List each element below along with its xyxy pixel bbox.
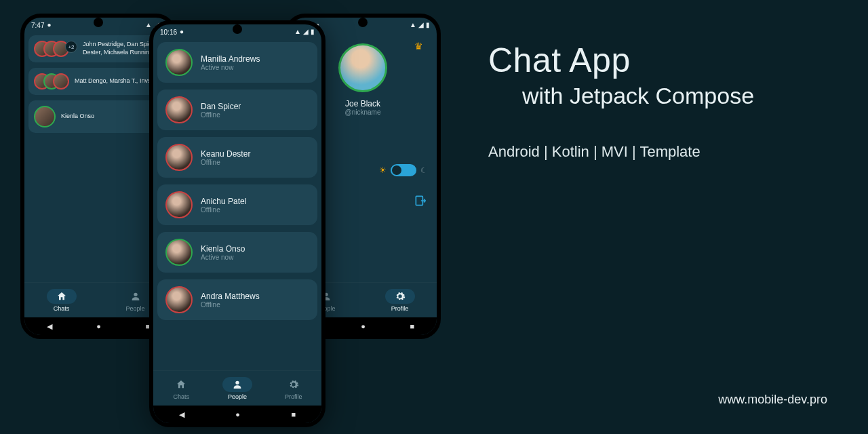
people-list[interactable]: Manilla Andrews Active now Dan Spicer Of… (153, 39, 321, 370)
chat-participants: John Pestridge, Dan Spic… (83, 41, 159, 49)
nav-label: People (228, 393, 247, 400)
sun-icon: ☀ (379, 165, 387, 175)
person-name: Dan Spicer (201, 102, 241, 111)
camera-notch (233, 24, 242, 34)
nav-label: Profile (391, 305, 409, 312)
home-circle-icon[interactable]: ● (235, 410, 240, 418)
avatar-overflow-badge: +2 (65, 41, 77, 53)
crown-icon[interactable]: ♛ (414, 41, 423, 52)
battery-icon: ▮ (311, 28, 315, 35)
camera-notch (358, 18, 368, 27)
svg-point-0 (134, 292, 137, 296)
moon-icon: ☾ (420, 166, 427, 175)
home-circle-icon[interactable]: ● (361, 322, 366, 330)
android-nav-bar: ◀ ● ■ (153, 406, 321, 423)
recents-icon[interactable]: ■ (410, 322, 415, 330)
avatar-icon (165, 49, 193, 76)
person-name: Keanu Dester (201, 149, 250, 159)
people-row[interactable]: Dan Spicer Offline (157, 90, 317, 130)
nav-people[interactable]: People (222, 377, 252, 400)
profile-avatar[interactable] (338, 43, 387, 92)
site-url: www.mobile-dev.pro (718, 393, 827, 407)
wifi-icon: ▲ (294, 28, 301, 35)
theme-toggle[interactable] (391, 164, 416, 176)
person-status: Active now (201, 254, 245, 261)
people-row[interactable]: Keanu Dester Offline (157, 137, 317, 178)
person-status: Offline (201, 206, 246, 214)
person-status: Offline (201, 111, 241, 119)
person-name: Manilla Andrews (201, 54, 260, 64)
profile-name: Joe Black (345, 99, 380, 108)
person-status: Offline (201, 301, 260, 309)
notification-dot-icon: ● (47, 22, 51, 28)
status-time: 10:16 (160, 28, 177, 36)
people-row[interactable]: Andra Matthews Offline (157, 279, 317, 320)
person-name: Kienla Onso (201, 244, 245, 254)
chat-row[interactable]: Kienla Onso (28, 100, 168, 133)
nav-profile[interactable]: Profile (279, 377, 309, 400)
chat-row[interactable]: +2 John Pestridge, Dan Spic… Dester, Mic… (28, 35, 168, 62)
theme-toggle-row: ☀ ☾ (379, 164, 427, 176)
recents-icon[interactable]: ■ (292, 410, 296, 418)
back-icon[interactable]: ◀ (179, 410, 184, 419)
status-time: 7:47 (31, 22, 44, 29)
person-name: Anichu Patel (201, 197, 246, 206)
avatar-icon (34, 106, 56, 127)
nav-label: Chats (174, 393, 190, 400)
nav-label: Chats (54, 305, 70, 312)
gear-icon (288, 379, 299, 390)
phone-people: 10:16● ▲◢▮ Manilla Andrews Active now Da… (149, 20, 326, 427)
camera-notch (94, 18, 103, 27)
nav-chats[interactable]: Chats (166, 377, 196, 400)
hero-title: Chat App (488, 41, 841, 80)
people-row[interactable]: Anichu Patel Offline (157, 184, 317, 225)
chat-participants: Kienla Onso (61, 113, 94, 121)
signal-icon: ◢ (303, 28, 309, 35)
notification-dot-icon: ● (180, 28, 184, 35)
gear-icon (395, 291, 406, 302)
person-status: Offline (201, 159, 250, 166)
avatar-icon (53, 73, 69, 90)
svg-point-3 (235, 380, 239, 384)
profile-nickname: @nickname (345, 108, 381, 116)
nav-profile[interactable]: Profile (385, 289, 415, 312)
avatar-icon (165, 239, 193, 266)
people-row[interactable]: Manilla Andrews Active now (157, 42, 317, 83)
hero-text: Chat App with Jetpack Compose Android | … (488, 41, 841, 161)
bottom-nav: Chats People Profile (153, 370, 321, 406)
avatar-stack (34, 73, 69, 90)
person-status: Active now (201, 64, 260, 71)
chat-row[interactable]: Matt Dengo, Marsha T., Invsh… (28, 68, 168, 95)
logout-icon[interactable] (414, 194, 427, 208)
nav-people[interactable]: People (121, 289, 151, 312)
avatar-icon (165, 286, 193, 313)
person-icon (232, 379, 243, 390)
chat-participants: Dester, Michaela Running… (83, 49, 159, 57)
person-icon (130, 291, 141, 302)
signal-icon: ◢ (418, 22, 424, 28)
nav-chats[interactable]: Chats (47, 289, 77, 312)
avatar-icon (165, 191, 193, 218)
home-icon (56, 291, 67, 302)
wifi-icon: ▲ (145, 22, 152, 28)
avatar-stack: +2 (34, 41, 77, 57)
wifi-icon: ▲ (410, 22, 416, 28)
nav-label: People (125, 305, 144, 312)
phone-mockups: 7:47● ▲◢▮ +2 John Pestridge, Dan Spic… D… (14, 7, 475, 427)
nav-label: Profile (285, 393, 302, 400)
home-circle-icon[interactable]: ● (96, 322, 101, 330)
hero-tags: Android | Kotlin | MVI | Template (488, 143, 841, 161)
people-row[interactable]: Kienla Onso Active now (157, 232, 317, 273)
avatar-icon (165, 96, 193, 123)
home-icon (176, 379, 186, 390)
person-name: Andra Matthews (201, 292, 260, 301)
chat-participants: Matt Dengo, Marsha T., Invsh… (75, 77, 160, 85)
hero-subtitle: with Jetpack Compose (522, 83, 841, 109)
avatar-icon (165, 144, 193, 171)
back-icon[interactable]: ◀ (47, 322, 52, 331)
battery-icon: ▮ (426, 22, 430, 28)
